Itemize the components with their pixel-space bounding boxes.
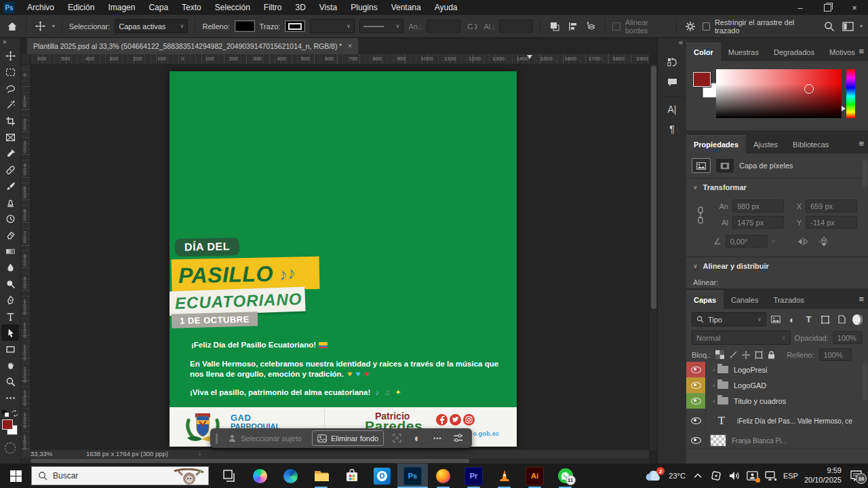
blur-tool[interactable]: [1, 259, 19, 276]
tab-color[interactable]: Color: [686, 43, 721, 61]
filter-smart-object-icon[interactable]: [835, 313, 848, 326]
tab-capas[interactable]: Capas: [686, 290, 724, 309]
firefox-button[interactable]: [428, 464, 458, 488]
properties-sliders-icon[interactable]: [450, 431, 465, 445]
pixel-layer-icon[interactable]: [692, 158, 711, 173]
move-tool[interactable]: [1, 48, 19, 64]
remove-background-button[interactable]: Eliminar fondo: [312, 430, 384, 446]
ctx-drag-handle[interactable]: [216, 433, 218, 444]
group-chevron-icon[interactable]: ›: [713, 367, 715, 373]
expand-tools-icon[interactable]: »: [0, 38, 20, 48]
comments-panel-icon[interactable]: [663, 73, 682, 91]
history-brush-tool[interactable]: [1, 210, 19, 227]
vertical-scrollbar-thumb[interactable]: [651, 66, 656, 309]
volume-icon[interactable]: [728, 470, 741, 482]
start-button[interactable]: [0, 464, 31, 488]
menu-item[interactable]: Vista: [313, 0, 344, 15]
vlc-button[interactable]: [489, 464, 519, 488]
network-icon[interactable]: [765, 470, 777, 482]
lock-all-icon[interactable]: [768, 351, 775, 359]
history-panel-icon[interactable]: [663, 53, 682, 71]
menu-item[interactable]: Imagen: [101, 0, 142, 15]
path-selection-tool[interactable]: [1, 324, 19, 341]
status-menu-chevron[interactable]: ›: [199, 450, 201, 457]
layer-row-text[interactable]: T iFeliz Día del Pas... Valle Hermoso, c…: [686, 409, 868, 434]
horizontal-scrollbar[interactable]: [20, 458, 649, 464]
document-tab[interactable]: Plantilla 2025.psd al 33,3% (504664122_5…: [27, 38, 358, 54]
layers-panel-menu-icon[interactable]: ≡: [859, 294, 864, 304]
notification-center-icon[interactable]: 10: [848, 470, 864, 482]
clone-stamp-tool[interactable]: [1, 194, 19, 210]
layer-row-titulo[interactable]: › Titulo y cuadros: [686, 393, 868, 409]
eyedropper-tool[interactable]: [1, 145, 19, 162]
zoom-level[interactable]: 33,33%: [31, 450, 52, 457]
menu-item[interactable]: Filtro: [257, 0, 289, 15]
arrange-layers-icon[interactable]: [585, 19, 598, 34]
language-indicator[interactable]: ESP: [783, 472, 798, 480]
move-tool-icon[interactable]: [33, 19, 47, 34]
flip-horizontal-icon[interactable]: [797, 238, 808, 246]
canvas-area[interactable]: DÍA DEL PASILLO ♪♪ ECUATORIANO 1 DE OCTU…: [30, 64, 649, 450]
foreground-background-swatches[interactable]: [2, 419, 18, 436]
stroke-swatch[interactable]: [285, 20, 305, 32]
tab-propiedades[interactable]: Propiedades: [686, 135, 746, 153]
photoshop-button[interactable]: Ps: [397, 464, 428, 488]
taskbar-clock[interactable]: 9:59 20/10/2025: [804, 466, 842, 485]
temperature-label[interactable]: 23°C: [669, 472, 686, 480]
filter-toggle[interactable]: [852, 314, 863, 325]
edit-toolbar-icon[interactable]: [1, 390, 19, 406]
dodge-tool[interactable]: [1, 276, 19, 292]
tray-expand-chevron[interactable]: [692, 470, 704, 482]
copilot-button[interactable]: [245, 464, 275, 488]
horizontal-ruler[interactable]: 6005004003002001000100200300400500600700…: [20, 54, 649, 64]
vertical-ruler[interactable]: 0100200300400500600700800900100011001200…: [20, 64, 31, 450]
hand-tool[interactable]: [1, 357, 19, 373]
tab-motivos[interactable]: Motivos: [822, 43, 863, 61]
menu-item[interactable]: 3D: [288, 0, 312, 15]
filter-shape-icon[interactable]: [818, 313, 832, 326]
workspace-caret[interactable]: ▾: [860, 23, 863, 29]
contextual-task-bar[interactable]: Seleccionar sujeto Eliminar fondo ◐ •••: [210, 428, 472, 448]
task-view-button[interactable]: [214, 464, 245, 488]
shape-tool[interactable]: [1, 341, 19, 357]
gradient-tool[interactable]: [1, 243, 19, 259]
minimize-button[interactable]: –: [787, 0, 814, 15]
paragraph-panel-icon[interactable]: ¶: [663, 119, 682, 137]
filter-image-icon[interactable]: [769, 313, 783, 326]
crop-tool[interactable]: [1, 113, 19, 129]
edge-button[interactable]: [275, 464, 306, 488]
swap-colors-icon[interactable]: [12, 410, 18, 417]
menu-item[interactable]: Selección: [208, 0, 257, 15]
tab-canales[interactable]: Canales: [724, 291, 766, 309]
search-icon[interactable]: [823, 19, 836, 34]
filter-adjustment-icon[interactable]: ◐: [785, 313, 799, 326]
layer-row-franja[interactable]: Franja Blanca Pi...: [686, 433, 868, 449]
menu-item[interactable]: Edición: [61, 0, 101, 15]
file-explorer-button[interactable]: [306, 464, 336, 488]
adjustments-icon[interactable]: ◐: [410, 431, 425, 445]
filter-type-icon[interactable]: T: [802, 313, 815, 326]
layer-row-logopresi[interactable]: › LogoPresi: [686, 362, 868, 378]
outlook-button[interactable]: O: [367, 464, 397, 488]
store-button[interactable]: [336, 464, 367, 488]
zoom-tool[interactable]: [1, 373, 19, 390]
home-icon[interactable]: [5, 19, 19, 34]
align-icon[interactable]: [566, 19, 580, 34]
lasso-tool[interactable]: [1, 80, 19, 96]
group-chevron-icon[interactable]: ›: [713, 398, 715, 405]
layers-scroll-thumb[interactable]: [863, 363, 867, 400]
premiere-button[interactable]: Pr: [458, 464, 489, 488]
tab-trazados[interactable]: Trazados: [766, 291, 811, 309]
default-colors-icon[interactable]: [2, 410, 9, 417]
gear-icon[interactable]: [684, 19, 697, 34]
saturation-brightness-field[interactable]: [716, 69, 842, 118]
auto-select-dropdown[interactable]: Capas activas ∨: [115, 19, 188, 33]
quick-selection-tool[interactable]: [1, 96, 19, 113]
flip-vertical-icon[interactable]: [819, 237, 829, 246]
properties-scroll-thumb[interactable]: [863, 160, 867, 187]
close-tab-icon[interactable]: ×: [347, 41, 352, 51]
brush-tool[interactable]: [1, 178, 19, 194]
layer-row-logogad[interactable]: › LogoGAD: [686, 377, 868, 394]
poster-document[interactable]: DÍA DEL PASILLO ♪♪ ECUATORIANO 1 DE OCTU…: [170, 71, 517, 447]
visibility-eye-icon[interactable]: [686, 433, 706, 448]
